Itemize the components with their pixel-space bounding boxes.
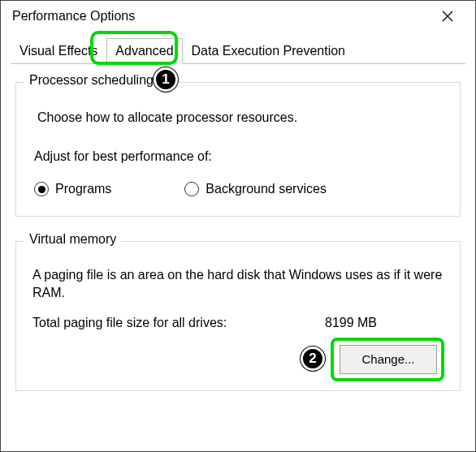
tab-data-execution-prevention[interactable]: Data Execution Prevention [183, 38, 354, 64]
radio-group-performance: Programs Background services [32, 182, 444, 196]
annotation-callout-2: 2 [301, 347, 325, 371]
virtual-memory-description: A paging file is an area on the hard dis… [32, 266, 444, 303]
radio-background-label: Background services [206, 182, 327, 196]
virtual-memory-total-row: Total paging file size for all drives: 8… [32, 316, 444, 330]
group-title-virtual-memory: Virtual memory [24, 232, 121, 247]
tab-panel-advanced: Processor scheduling Choose how to alloc… [1, 64, 475, 391]
tab-visual-effects[interactable]: Visual Effects [11, 38, 106, 64]
radio-icon [34, 182, 49, 196]
titlebar: Performance Options [1, 1, 475, 32]
performance-options-dialog: Performance Options Visual Effects Advan… [0, 0, 476, 452]
button-row: Change... 2 [32, 345, 444, 374]
adjust-performance-label: Adjust for best performance of: [34, 149, 444, 164]
group-virtual-memory: Virtual memory A paging file is an area … [15, 241, 461, 391]
radio-background-services[interactable]: Background services [184, 182, 327, 196]
change-button[interactable]: Change... [340, 345, 437, 374]
close-icon [442, 11, 453, 22]
tab-advanced[interactable]: Advanced [106, 38, 182, 64]
radio-programs-label: Programs [55, 182, 111, 196]
virtual-memory-total-value: 8199 MB [325, 316, 377, 330]
tab-strip: Visual Effects Advanced Data Execution P… [1, 32, 475, 64]
window-title: Performance Options [12, 9, 135, 24]
virtual-memory-total-label: Total paging file size for all drives: [32, 316, 325, 330]
radio-icon [184, 182, 199, 196]
group-title-processor: Processor scheduling [24, 73, 158, 88]
group-processor-scheduling: Processor scheduling Choose how to alloc… [15, 82, 461, 217]
processor-description: Choose how to allocate processor resourc… [37, 110, 444, 125]
tab-divider [11, 63, 465, 64]
radio-programs[interactable]: Programs [34, 182, 111, 196]
close-button[interactable] [431, 4, 464, 28]
